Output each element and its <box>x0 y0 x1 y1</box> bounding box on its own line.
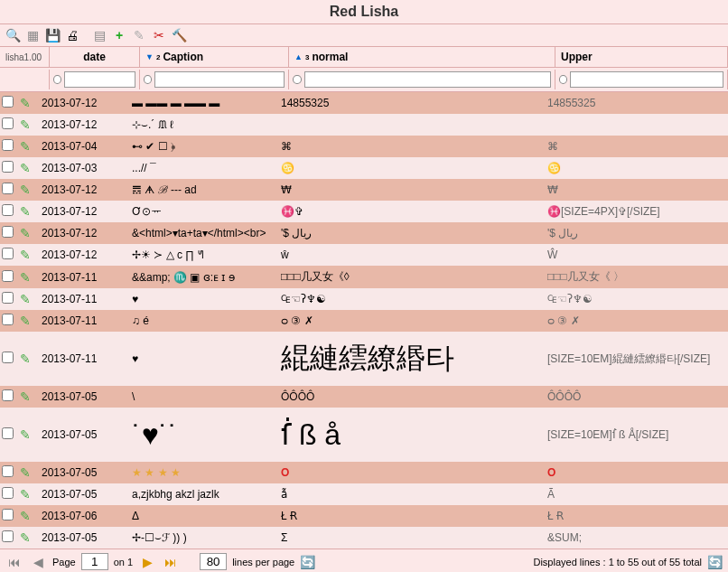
lines-label: lines per page <box>232 557 294 567</box>
normal-cell: Ł Ɍ <box>275 506 542 526</box>
edit-row-icon[interactable]: ✎ <box>20 270 31 285</box>
row-checkbox[interactable] <box>2 248 14 259</box>
edit-row-icon[interactable]: ✎ <box>20 509 31 523</box>
upper-cell: ᴑ ③ ✗ <box>542 311 728 331</box>
edit-row-icon[interactable]: ✎ <box>20 487 31 502</box>
filter-clear-icon[interactable] <box>53 75 61 84</box>
edit-row-icon[interactable]: ✎ <box>20 226 31 240</box>
row-checkbox[interactable] <box>2 465 14 477</box>
edit-row-icon[interactable]: ✎ <box>20 183 31 197</box>
list-icon[interactable]: ▦ <box>24 27 41 43</box>
edit-row-icon[interactable]: ✎ <box>20 117 31 132</box>
edit-row-icon[interactable]: ✎ <box>20 530 31 545</box>
normal-cell: ÔÔÔÔ <box>275 387 542 407</box>
edit-row-icon[interactable]: ✎ <box>20 96 31 110</box>
table-row: ✎2013-07-12⊹⌣.´ ᙢ ℓ <box>0 114 728 136</box>
caption-cell: Δ <box>126 506 275 526</box>
date-cell: 2013-07-04 <box>36 136 126 156</box>
row-checkbox[interactable] <box>2 389 14 401</box>
column-headers: lisha1.00 date ▼2 Caption ▲3 normal Uppe… <box>0 47 728 68</box>
normal-cell <box>275 121 542 128</box>
table-row: ✎2013-07-11&&amp; ♏ ▣ ɞ:ᴇ ɪ ɘ□□□几又女《◊□□□… <box>0 266 728 288</box>
edit-row-icon[interactable]: ✎ <box>20 465 31 480</box>
row-checkbox[interactable] <box>2 487 14 499</box>
row-checkbox[interactable] <box>2 509 14 520</box>
grid-icon[interactable]: ▤ <box>91 27 107 43</box>
date-cell: 2013-07-11 <box>36 289 126 309</box>
row-checkbox[interactable] <box>2 161 14 173</box>
edit-row-icon[interactable]: ✎ <box>20 314 31 328</box>
hammer-icon[interactable]: 🔨 <box>171 27 187 43</box>
last-page-icon[interactable]: ⏭ <box>162 554 180 570</box>
normal-header[interactable]: ▲3 normal <box>289 47 555 67</box>
normal-cell: 14855325 <box>275 93 542 113</box>
row-checkbox[interactable] <box>2 314 14 325</box>
edit-row-icon[interactable]: ✎ <box>20 204 31 219</box>
date-cell: 2013-07-11 <box>36 349 126 369</box>
edit-row-icon[interactable]: ✎ <box>20 292 31 306</box>
save-icon[interactable]: 💾 <box>44 27 61 43</box>
row-checkbox[interactable] <box>2 96 14 108</box>
row-checkbox[interactable] <box>2 204 14 216</box>
normal-cell: '$ ريال <box>275 223 542 243</box>
row-checkbox[interactable] <box>2 139 14 151</box>
upper-header[interactable]: Upper <box>555 47 728 67</box>
edit-row-icon[interactable]: ✎ <box>20 427 31 442</box>
caption-cell: ♥ <box>126 289 275 309</box>
filter-clear-icon[interactable] <box>293 75 302 84</box>
edit-row-icon[interactable]: ✎ <box>20 248 31 262</box>
filter-row <box>0 68 728 92</box>
row-checkbox[interactable] <box>2 530 14 542</box>
data-table: ✎2013-07-12▬ ▬▬ ▬ ▬▬ ▬1485532514855325✎2… <box>0 92 728 549</box>
upper-cell: ₩ <box>542 180 728 200</box>
edit-row-icon[interactable]: ✎ <box>20 139 31 154</box>
print-icon[interactable]: 🖨 <box>64 27 80 43</box>
row-checkbox[interactable] <box>2 117 14 129</box>
upper-filter[interactable] <box>570 71 723 88</box>
row-checkbox[interactable] <box>2 352 14 363</box>
normal-cell: □□□几又女《◊ <box>275 266 542 288</box>
next-page-icon[interactable]: ▶ <box>138 554 156 570</box>
first-page-icon[interactable]: ⏮ <box>5 554 23 570</box>
table-row: ✎2013-07-12Ơ⊙ᅲ♓✞♓[SIZE=4PX]✞[/SIZE] <box>0 201 728 222</box>
upper-cell: □□□几又女《 〉 <box>542 266 728 288</box>
cut-icon[interactable]: ✂ <box>151 27 167 43</box>
search-icon[interactable]: 🔍 <box>5 27 21 43</box>
row-checkbox[interactable] <box>2 427 14 439</box>
row-checkbox[interactable] <box>2 226 14 238</box>
refresh-icon[interactable]: 🔄 <box>707 555 723 569</box>
row-checkbox[interactable] <box>2 292 14 304</box>
edit-row-icon[interactable]: ✎ <box>20 352 31 366</box>
normal-cell: ẫ <box>275 484 542 504</box>
prev-page-icon[interactable]: ◀ <box>29 554 47 570</box>
caption-cell: ✢-☐⌣ℱ )) ) <box>126 528 275 548</box>
table-row: ✎2013-07-06ΔŁ ɌŁ Ɍ <box>0 505 728 527</box>
refresh-icon[interactable]: 🔄 <box>300 555 315 569</box>
upper-cell: ♓[SIZE=4PX]✞[/SIZE] <box>542 202 728 221</box>
filter-clear-icon[interactable] <box>144 75 152 84</box>
edit-row-icon[interactable]: ✎ <box>20 161 31 175</box>
date-header[interactable]: date <box>50 47 140 67</box>
upper-cell: ₠☜ʔ♆☯ <box>542 289 728 309</box>
sort-down-icon: ▼ <box>145 52 154 61</box>
upper-cell <box>542 121 728 128</box>
normal-cell: 緄縺繧繚緡타 <box>275 335 542 382</box>
caption-filter[interactable] <box>154 71 285 88</box>
table-row: ✎2013-07-04⊷ ✔ ☐ ﴿⌘⌘ <box>0 136 728 157</box>
date-filter[interactable] <box>64 71 135 88</box>
table-row: ✎2013-07-05✢-☐⌣ℱ )) )Σ&SUM; <box>0 527 728 549</box>
edit-row-icon[interactable]: ✎ <box>20 389 31 404</box>
normal-filter[interactable] <box>304 71 551 88</box>
date-cell: 2013-07-11 <box>36 311 126 331</box>
lines-per-page-input[interactable] <box>200 553 227 570</box>
upper-cell: &SUM; <box>542 528 728 548</box>
status-text: Displayed lines : 1 to 55 out of 55 tota… <box>533 557 702 567</box>
page-input[interactable] <box>81 553 108 570</box>
row-checkbox[interactable] <box>2 183 14 194</box>
edit-icon[interactable]: ✎ <box>131 27 147 43</box>
table-row: ✎2013-07-12&<html>▾ta+ta▾</html><br>'$ ر… <box>0 222 728 244</box>
filter-clear-icon[interactable] <box>559 75 567 84</box>
row-checkbox[interactable] <box>2 270 14 282</box>
add-icon[interactable]: + <box>111 27 127 43</box>
caption-header[interactable]: ▼2 Caption <box>140 47 289 67</box>
